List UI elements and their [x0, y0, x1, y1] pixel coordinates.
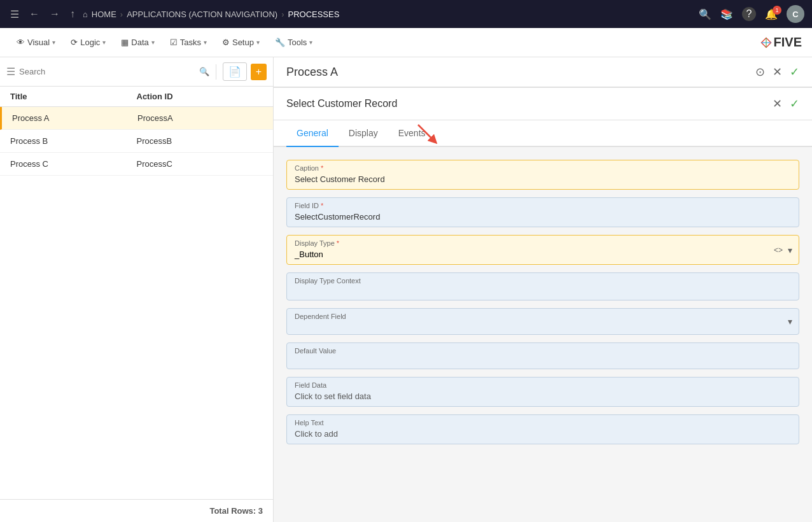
col-title: Title	[10, 92, 137, 101]
row-action-id: ProcessC	[137, 159, 263, 169]
filter-icon[interactable]: ☰	[6, 66, 15, 78]
caption-input[interactable]	[287, 173, 799, 189]
books-icon[interactable]: 📚	[720, 8, 733, 20]
setup-chevron-icon: ▾	[256, 39, 260, 46]
logic-icon: ⟳	[71, 38, 78, 47]
col-action-id: Action ID	[137, 92, 263, 101]
help-text-value: Click to add	[287, 428, 799, 444]
nav-setup-label: Setup	[232, 38, 254, 47]
process-close-button[interactable]: ✕	[773, 65, 782, 79]
row-title: Process B	[10, 136, 137, 146]
form-header: Select Customer Record ✕ ✓	[274, 88, 812, 120]
sec-nav-items: 👁 Visual ▾ ⟳ Logic ▾ ▦ Data ▾ ☑ Tasks ▾ …	[10, 34, 319, 51]
world-search-icon[interactable]: 🔍	[699, 8, 711, 20]
help-icon[interactable]: ?	[742, 7, 756, 21]
search-icon[interactable]: 🔍	[199, 67, 209, 76]
search-bar: ☰ 🔍 📄 +	[0, 57, 273, 87]
display-type-actions: <> ▾	[774, 245, 792, 255]
breadcrumb-processes[interactable]: PROCESSES	[288, 10, 339, 19]
caption-field-group: Caption *	[286, 160, 799, 190]
logic-chevron-icon: ▾	[102, 39, 106, 46]
help-text-wrapper[interactable]: Help Text Click to add	[286, 414, 799, 444]
secondary-nav: 👁 Visual ▾ ⟳ Logic ▾ ▦ Data ▾ ☑ Tasks ▾ …	[0, 28, 812, 57]
default-value-group: Default Value	[286, 342, 799, 369]
breadcrumb: ⌂ HOME › APPLICATIONS (ACTION NAVIGATION…	[83, 10, 694, 19]
field-id-input[interactable]	[287, 211, 799, 227]
display-type-required: *	[335, 239, 339, 247]
home-icon: ⌂	[83, 10, 88, 19]
dependent-field-actions: ▾	[788, 316, 792, 327]
eye-icon: 👁	[17, 38, 25, 47]
nav-tasks[interactable]: ☑ Tasks ▾	[164, 34, 213, 51]
nav-logic-label: Logic	[80, 38, 100, 47]
tab-events[interactable]: Events	[388, 120, 436, 147]
display-type-dropdown-button[interactable]: ▾	[788, 245, 792, 255]
help-text-group[interactable]: Help Text Click to add	[286, 414, 799, 444]
tasks-icon: ☑	[170, 38, 178, 47]
nav-tools-label: Tools	[288, 38, 307, 47]
five-logo-text: FIVE	[774, 35, 802, 50]
form-header-actions: ✕ ✓	[773, 97, 799, 111]
table-footer: Total Rows: 3	[0, 499, 273, 522]
forward-icon[interactable]: →	[47, 6, 62, 22]
table-row[interactable]: Process B ProcessB	[0, 130, 273, 153]
breadcrumb-home[interactable]: HOME	[92, 10, 116, 19]
row-action-id: ProcessB	[137, 136, 263, 146]
process-sync-button[interactable]: ⊙	[755, 65, 765, 79]
process-confirm-button[interactable]: ✓	[790, 65, 799, 79]
dependent-field-value	[287, 321, 799, 334]
nav-data-label: Data	[131, 38, 148, 47]
row-title: Process A	[12, 113, 137, 123]
nav-visual[interactable]: 👁 Visual ▾	[10, 34, 62, 51]
gear-icon: ⚙	[222, 38, 230, 47]
form-content: Caption * Field ID *	[274, 147, 812, 522]
dependent-field-dropdown-button[interactable]: ▾	[788, 316, 792, 327]
nav-visual-label: Visual	[27, 38, 50, 47]
up-icon[interactable]: ↑	[67, 6, 78, 22]
breadcrumb-sep-2: ›	[281, 10, 284, 19]
table-row[interactable]: Process A ProcessA	[0, 107, 273, 130]
table-body: Process A ProcessA Process B ProcessB Pr…	[0, 107, 273, 499]
tabs: General Display Events	[274, 120, 812, 147]
tools-chevron-icon: ▾	[309, 39, 312, 46]
dependent-field-wrapper: Dependent Field ▾	[286, 308, 799, 335]
avatar[interactable]: C	[787, 5, 804, 23]
top-nav: ☰ ← → ↑ ⌂ HOME › APPLICATIONS (ACTION NA…	[0, 0, 812, 28]
five-logo: FIVE	[760, 35, 802, 50]
visual-chevron-icon: ▾	[52, 39, 55, 46]
tab-general[interactable]: General	[286, 120, 339, 147]
nav-logic[interactable]: ⟳ Logic ▾	[64, 34, 112, 51]
tab-display[interactable]: Display	[339, 120, 388, 147]
hamburger-icon[interactable]: ☰	[8, 6, 22, 23]
nav-setup[interactable]: ⚙ Setup ▾	[216, 34, 266, 51]
back-icon[interactable]: ←	[27, 6, 42, 22]
display-type-code-button[interactable]: <>	[774, 246, 783, 255]
form-confirm-button[interactable]: ✓	[790, 97, 799, 111]
display-type-wrapper: Display Type * _Button <> ▾	[286, 235, 799, 265]
display-type-context-group: Display Type Context	[286, 272, 799, 300]
breadcrumb-applications[interactable]: APPLICATIONS (ACTION NAVIGATION)	[127, 10, 277, 19]
process-header: Process A ⊙ ✕ ✓	[274, 57, 812, 87]
field-data-value: Click to set field data	[287, 390, 799, 406]
nav-tools[interactable]: 🔧 Tools ▾	[269, 34, 319, 51]
display-type-group: Display Type * _Button <> ▾	[286, 235, 799, 265]
left-panel: ☰ 🔍 📄 + Title Action ID Process A Proces…	[0, 57, 274, 522]
add-button[interactable]: +	[251, 64, 267, 80]
form-panel: Select Customer Record ✕ ✓ General Displ…	[274, 87, 812, 522]
data-chevron-icon: ▾	[151, 39, 155, 46]
default-value-value	[287, 356, 799, 369]
document-button[interactable]: 📄	[223, 62, 247, 81]
table-row[interactable]: Process C ProcessC	[0, 153, 273, 176]
five-logo-icon	[760, 37, 772, 48]
field-data-group[interactable]: Field Data Click to set field data	[286, 377, 799, 407]
notification-bell[interactable]: 🔔 1	[765, 8, 778, 20]
form-close-button[interactable]: ✕	[773, 97, 782, 111]
field-data-wrapper[interactable]: Field Data Click to set field data	[286, 377, 799, 407]
display-type-value: _Button	[287, 248, 799, 264]
right-panel: Process A ⊙ ✕ ✓ Select Customer Record ✕…	[274, 57, 812, 522]
top-nav-right: 🔍 📚 ? 🔔 1 C	[699, 5, 804, 23]
display-type-context-label: Display Type Context	[287, 273, 799, 286]
nav-tasks-label: Tasks	[180, 38, 201, 47]
nav-data[interactable]: ▦ Data ▾	[115, 34, 160, 51]
search-input[interactable]	[19, 67, 195, 76]
